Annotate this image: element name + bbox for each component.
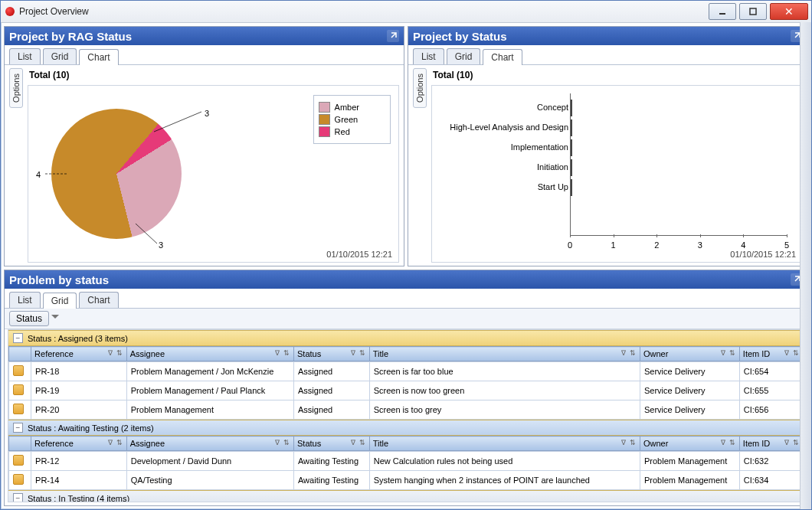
tab-list[interactable]: List: [9, 292, 41, 308]
cell-assignee: Development / David Dunn: [126, 452, 293, 471]
vertical-scrollbar[interactable]: [800, 22, 811, 509]
panel-rag-title: Project by RAG Status: [9, 30, 132, 43]
legend-swatch: [319, 126, 330, 137]
tab-list[interactable]: List: [9, 48, 41, 64]
table-row[interactable]: PR-20 Problem Management Assigned Screen…: [9, 400, 804, 420]
expand-icon[interactable]: −: [13, 423, 23, 433]
column-header[interactable]: Assignee∇ ⇅: [126, 436, 293, 451]
column-header[interactable]: Owner∇ ⇅: [640, 436, 739, 451]
bar-category-label: Concept: [537, 103, 568, 112]
pie-label-red: 3: [205, 109, 209, 118]
group-header[interactable]: −Status : Awaiting Testing (2 items): [8, 420, 804, 436]
column-header[interactable]: Status∇ ⇅: [293, 347, 369, 361]
group-header[interactable]: −Status : In Testing (4 items): [8, 490, 804, 502]
cell-owner: Problem Management: [640, 452, 739, 471]
bar-x-tick: 5: [784, 240, 789, 250]
pie-label-green: 4: [36, 170, 41, 179]
column-header[interactable]: Owner∇ ⇅: [640, 347, 739, 361]
cell-status: Assigned: [293, 362, 369, 381]
column-header[interactable]: Title∇ ⇅: [369, 436, 640, 451]
column-header[interactable]: Reference∇ ⇅: [31, 436, 127, 451]
bar-category-label: Implementation: [511, 142, 568, 152]
status-chart-area: ConceptHigh-Level Analysis and DesignImp…: [431, 85, 803, 263]
table-row[interactable]: PR-14 QA/Testing Awaiting Testing System…: [9, 471, 804, 490]
pie-chart: [51, 109, 182, 239]
rag-chart-area: 3 4 3 AmberGreenRed 01/10/2015 1: [28, 85, 399, 263]
bar-segment: [571, 139, 572, 156]
cell-assignee: QA/Testing: [126, 471, 293, 490]
expand-icon[interactable]: −: [13, 333, 23, 343]
column-header[interactable]: Item ID∇ ⇅: [739, 347, 803, 361]
table-row[interactable]: PR-18 Problem Management / Jon McKenzie …: [9, 362, 804, 381]
row-flag-icon: [13, 384, 24, 395]
table-row[interactable]: PR-19 Problem Management / Paul Planck A…: [9, 381, 804, 400]
cell-reference: PR-12: [31, 452, 127, 471]
legend-swatch: [319, 114, 330, 125]
rag-chart-body: Options Total (10) 3 4 3: [5, 65, 404, 266]
legend-label: Green: [335, 115, 359, 124]
cell-title: System hanging when 2 instances of POINT…: [369, 471, 640, 490]
column-header[interactable]: Reference∇ ⇅: [31, 347, 127, 361]
app-icon: [5, 7, 15, 16]
panel-status-title: Project by Status: [413, 30, 507, 43]
cell-owner: Service Delivery: [640, 381, 739, 400]
tab-grid[interactable]: Grid: [43, 48, 77, 64]
group-label: Status : Assigned (3 items): [28, 334, 128, 343]
cell-owner: Problem Management: [640, 471, 739, 490]
expand-icon[interactable]: −: [13, 493, 23, 502]
panel-rag: Project by RAG Status List Grid Chart Op…: [4, 26, 404, 266]
cell-title: Screen is now too green: [369, 381, 640, 400]
column-header[interactable]: Item ID∇ ⇅: [739, 436, 803, 451]
pie-label-amber: 3: [159, 240, 163, 250]
cell-item-id: CI:655: [739, 381, 803, 400]
minimize-button[interactable]: [709, 3, 736, 20]
window-buttons: ✕: [706, 3, 808, 20]
tab-chart[interactable]: Chart: [79, 292, 118, 308]
popout-icon[interactable]: [387, 30, 399, 42]
legend-item: Red: [319, 126, 359, 137]
cell-status: Awaiting Testing: [293, 452, 369, 471]
cell-status: Awaiting Testing: [293, 471, 369, 490]
grid-body[interactable]: −Status : Assigned (3 items)Reference∇ ⇅…: [8, 329, 804, 502]
options-tab[interactable]: Options: [9, 68, 23, 108]
rag-timestamp: 01/10/2015 12:21: [326, 250, 392, 259]
bar-x-tick: 0: [568, 240, 572, 250]
bar-x-tick: 1: [611, 240, 616, 250]
bar-row: [571, 119, 572, 136]
bar-row: [571, 100, 572, 116]
legend-label: Amber: [335, 103, 359, 112]
status-tabs: List Grid Chart: [408, 45, 807, 65]
column-header[interactable]: Title∇ ⇅: [369, 347, 640, 361]
tab-chart[interactable]: Chart: [483, 49, 522, 65]
group-header[interactable]: −Status : Assigned (3 items): [8, 330, 804, 346]
bar-x-tick: 3: [698, 240, 702, 250]
tab-grid[interactable]: Grid: [447, 48, 481, 64]
column-flag[interactable]: [9, 347, 31, 361]
cell-status: Assigned: [293, 400, 369, 420]
row-flag-icon: [13, 365, 24, 376]
status-timestamp: 01/10/2015 12:21: [730, 250, 796, 259]
bar-category-label: Start Up: [538, 182, 568, 191]
table-row[interactable]: PR-12 Development / David Dunn Awaiting …: [9, 452, 804, 471]
options-tab[interactable]: Options: [413, 68, 427, 108]
cell-item-id: CI:632: [739, 452, 803, 471]
tab-list[interactable]: List: [413, 48, 444, 64]
tab-chart[interactable]: Chart: [79, 49, 118, 65]
legend-item: Green: [319, 114, 359, 125]
column-flag[interactable]: [9, 436, 31, 451]
column-header[interactable]: Assignee∇ ⇅: [126, 347, 293, 361]
problem-tabs: List Grid Chart: [5, 289, 807, 309]
cell-status: Assigned: [293, 381, 369, 400]
bar-segment: [571, 119, 572, 136]
tab-grid[interactable]: Grid: [43, 293, 77, 309]
titlebar[interactable]: Project Overview ✕: [1, 1, 811, 23]
cell-assignee: Problem Management: [126, 400, 293, 420]
maximize-button[interactable]: [739, 3, 767, 20]
svg-rect-1: [750, 8, 756, 15]
column-header[interactable]: Status∇ ⇅: [293, 436, 369, 451]
bar-row: [571, 159, 572, 176]
group-by-status-button[interactable]: Status: [9, 311, 49, 326]
cell-title: Screen is far too blue: [369, 362, 640, 381]
legend-label: Red: [335, 127, 350, 136]
close-button[interactable]: ✕: [770, 3, 808, 20]
